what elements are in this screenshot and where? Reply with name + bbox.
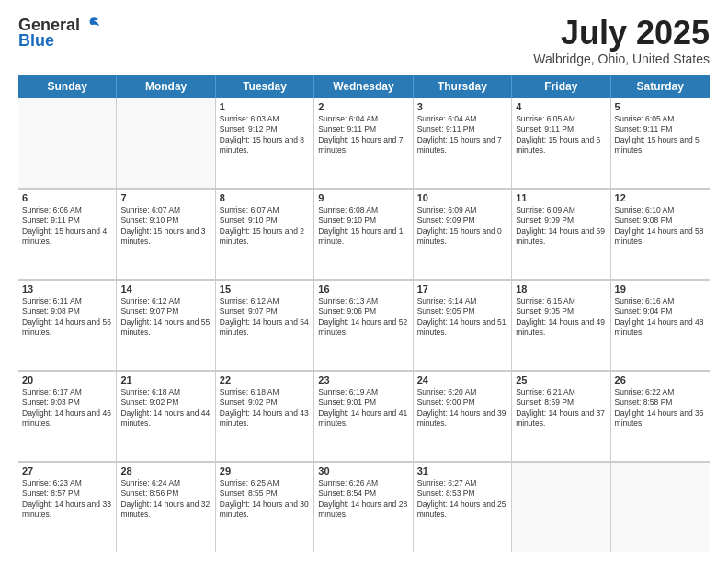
calendar-week-4: 20Sunrise: 6:17 AMSunset: 9:03 PMDayligh… <box>18 371 710 462</box>
calendar-cell: 19Sunrise: 6:16 AMSunset: 9:04 PMDayligh… <box>611 280 710 370</box>
calendar-body: 1Sunrise: 6:03 AMSunset: 9:12 PMDaylight… <box>18 98 710 552</box>
cell-sun-info: Sunrise: 6:04 AMSunset: 9:11 PMDaylight:… <box>417 114 507 156</box>
calendar-cell: 29Sunrise: 6:25 AMSunset: 8:55 PMDayligh… <box>216 462 314 552</box>
calendar-cell: 13Sunrise: 6:11 AMSunset: 9:08 PMDayligh… <box>18 280 117 370</box>
cell-sun-info: Sunrise: 6:22 AMSunset: 8:58 PMDaylight:… <box>615 387 706 430</box>
day-number: 26 <box>615 374 706 385</box>
cell-sun-info: Sunrise: 6:05 AMSunset: 9:11 PMDaylight:… <box>615 114 706 156</box>
title-block: July 2025 Walbridge, Ohio, United States <box>533 15 710 66</box>
cell-sun-info: Sunrise: 6:06 AMSunset: 9:11 PMDaylight:… <box>22 205 112 247</box>
cell-sun-info: Sunrise: 6:09 AMSunset: 9:09 PMDaylight:… <box>417 205 507 247</box>
calendar-cell: 8Sunrise: 6:07 AMSunset: 9:10 PMDaylight… <box>216 189 314 279</box>
day-number: 23 <box>318 374 408 385</box>
calendar-cell <box>117 98 215 188</box>
calendar-cell: 20Sunrise: 6:17 AMSunset: 9:03 PMDayligh… <box>18 371 117 461</box>
day-number: 1 <box>220 101 310 112</box>
page: General Blue July 2025 Walbridge, Ohio, … <box>0 0 728 563</box>
day-number: 8 <box>220 192 310 203</box>
header: General Blue July 2025 Walbridge, Ohio, … <box>18 15 710 66</box>
cell-sun-info: Sunrise: 6:05 AMSunset: 9:11 PMDaylight:… <box>516 114 606 156</box>
day-number: 15 <box>220 283 310 294</box>
calendar-cell: 6Sunrise: 6:06 AMSunset: 9:11 PMDaylight… <box>18 189 117 279</box>
calendar: SundayMondayTuesdayWednesdayThursdayFrid… <box>18 75 710 552</box>
day-number: 22 <box>220 374 310 385</box>
day-number: 20 <box>22 374 112 385</box>
calendar-cell <box>611 462 710 552</box>
day-number: 12 <box>615 192 706 203</box>
calendar-week-5: 27Sunrise: 6:23 AMSunset: 8:57 PMDayligh… <box>18 462 710 552</box>
cell-sun-info: Sunrise: 6:27 AMSunset: 8:53 PMDaylight:… <box>417 478 507 521</box>
day-number: 21 <box>120 374 210 385</box>
calendar-cell: 11Sunrise: 6:09 AMSunset: 9:09 PMDayligh… <box>512 189 610 279</box>
day-number: 17 <box>417 283 507 294</box>
cell-sun-info: Sunrise: 6:16 AMSunset: 9:04 PMDaylight:… <box>615 296 706 339</box>
calendar-cell: 15Sunrise: 6:12 AMSunset: 9:07 PMDayligh… <box>216 280 314 370</box>
day-number: 16 <box>318 283 408 294</box>
day-number: 29 <box>220 465 310 477</box>
day-number: 10 <box>417 192 507 203</box>
calendar-week-1: 1Sunrise: 6:03 AMSunset: 9:12 PMDaylight… <box>18 98 710 189</box>
cell-sun-info: Sunrise: 6:17 AMSunset: 9:03 PMDaylight:… <box>22 387 112 430</box>
cell-sun-info: Sunrise: 6:07 AMSunset: 9:10 PMDaylight:… <box>120 205 210 247</box>
cell-sun-info: Sunrise: 6:26 AMSunset: 8:54 PMDaylight:… <box>318 478 408 521</box>
calendar-cell: 12Sunrise: 6:10 AMSunset: 9:08 PMDayligh… <box>611 189 710 279</box>
calendar-cell: 14Sunrise: 6:12 AMSunset: 9:07 PMDayligh… <box>117 280 215 370</box>
day-number: 11 <box>516 192 606 203</box>
weekday-header-tuesday: Tuesday <box>216 75 314 98</box>
cell-sun-info: Sunrise: 6:14 AMSunset: 9:05 PMDaylight:… <box>417 296 507 339</box>
calendar-cell: 4Sunrise: 6:05 AMSunset: 9:11 PMDaylight… <box>512 98 610 188</box>
weekday-header-saturday: Saturday <box>611 75 710 98</box>
day-number: 28 <box>120 465 210 477</box>
day-number: 3 <box>417 101 507 112</box>
day-number: 14 <box>120 283 210 294</box>
day-number: 19 <box>615 283 706 294</box>
weekday-header-wednesday: Wednesday <box>314 75 413 98</box>
day-number: 2 <box>318 101 408 112</box>
calendar-cell: 3Sunrise: 6:04 AMSunset: 9:11 PMDaylight… <box>414 98 512 188</box>
cell-sun-info: Sunrise: 6:10 AMSunset: 9:08 PMDaylight:… <box>615 205 706 247</box>
logo: General Blue <box>18 15 102 51</box>
cell-sun-info: Sunrise: 6:18 AMSunset: 9:02 PMDaylight:… <box>120 387 210 430</box>
calendar-cell: 10Sunrise: 6:09 AMSunset: 9:09 PMDayligh… <box>414 189 512 279</box>
day-number: 31 <box>417 465 507 477</box>
calendar-cell: 7Sunrise: 6:07 AMSunset: 9:10 PMDaylight… <box>117 189 215 279</box>
day-number: 4 <box>516 101 606 112</box>
cell-sun-info: Sunrise: 6:15 AMSunset: 9:05 PMDaylight:… <box>516 296 606 339</box>
calendar-cell: 26Sunrise: 6:22 AMSunset: 8:58 PMDayligh… <box>611 371 710 461</box>
cell-sun-info: Sunrise: 6:09 AMSunset: 9:09 PMDaylight:… <box>516 205 606 247</box>
cell-sun-info: Sunrise: 6:04 AMSunset: 9:11 PMDaylight:… <box>318 114 408 156</box>
day-number: 18 <box>516 283 606 294</box>
cell-sun-info: Sunrise: 6:12 AMSunset: 9:07 PMDaylight:… <box>120 296 210 339</box>
calendar-cell: 9Sunrise: 6:08 AMSunset: 9:10 PMDaylight… <box>314 189 413 279</box>
calendar-cell: 23Sunrise: 6:19 AMSunset: 9:01 PMDayligh… <box>314 371 413 461</box>
day-number: 24 <box>417 374 507 385</box>
day-number: 13 <box>22 283 112 294</box>
calendar-cell: 31Sunrise: 6:27 AMSunset: 8:53 PMDayligh… <box>414 462 512 552</box>
cell-sun-info: Sunrise: 6:11 AMSunset: 9:08 PMDaylight:… <box>22 296 112 339</box>
calendar-cell: 17Sunrise: 6:14 AMSunset: 9:05 PMDayligh… <box>414 280 512 370</box>
calendar-cell: 21Sunrise: 6:18 AMSunset: 9:02 PMDayligh… <box>117 371 215 461</box>
weekday-header-friday: Friday <box>512 75 610 98</box>
logo-bird-icon <box>82 15 102 35</box>
cell-sun-info: Sunrise: 6:08 AMSunset: 9:10 PMDaylight:… <box>318 205 408 247</box>
cell-sun-info: Sunrise: 6:18 AMSunset: 9:02 PMDaylight:… <box>220 387 310 430</box>
cell-sun-info: Sunrise: 6:13 AMSunset: 9:06 PMDaylight:… <box>318 296 408 339</box>
calendar-cell: 27Sunrise: 6:23 AMSunset: 8:57 PMDayligh… <box>18 462 117 552</box>
cell-sun-info: Sunrise: 6:25 AMSunset: 8:55 PMDaylight:… <box>220 478 310 521</box>
calendar-header: SundayMondayTuesdayWednesdayThursdayFrid… <box>18 75 710 98</box>
sub-title: Walbridge, Ohio, United States <box>533 52 710 66</box>
calendar-cell: 25Sunrise: 6:21 AMSunset: 8:59 PMDayligh… <box>512 371 610 461</box>
cell-sun-info: Sunrise: 6:03 AMSunset: 9:12 PMDaylight:… <box>220 114 310 156</box>
calendar-cell: 30Sunrise: 6:26 AMSunset: 8:54 PMDayligh… <box>314 462 413 552</box>
calendar-cell: 16Sunrise: 6:13 AMSunset: 9:06 PMDayligh… <box>314 280 413 370</box>
calendar-cell: 28Sunrise: 6:24 AMSunset: 8:56 PMDayligh… <box>117 462 215 552</box>
day-number: 5 <box>615 101 706 112</box>
calendar-week-2: 6Sunrise: 6:06 AMSunset: 9:11 PMDaylight… <box>18 189 710 280</box>
cell-sun-info: Sunrise: 6:21 AMSunset: 8:59 PMDaylight:… <box>516 387 606 430</box>
cell-sun-info: Sunrise: 6:24 AMSunset: 8:56 PMDaylight:… <box>120 478 210 521</box>
cell-sun-info: Sunrise: 6:07 AMSunset: 9:10 PMDaylight:… <box>220 205 310 247</box>
weekday-header-monday: Monday <box>117 75 215 98</box>
day-number: 25 <box>516 374 606 385</box>
day-number: 27 <box>22 465 112 477</box>
calendar-week-3: 13Sunrise: 6:11 AMSunset: 9:08 PMDayligh… <box>18 280 710 371</box>
